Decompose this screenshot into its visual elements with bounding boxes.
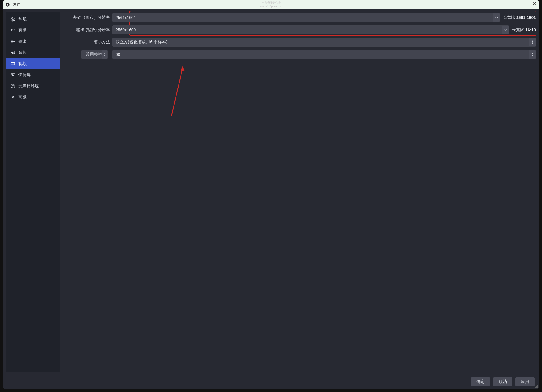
ratio-value: 2561:1601 xyxy=(516,15,536,20)
updown-icon[interactable]: ▲▼ xyxy=(529,50,536,59)
apply-button[interactable]: 应用 xyxy=(515,377,535,386)
sidebar-item-hotkeys[interactable]: 快捷键 xyxy=(6,69,60,81)
row-base-resolution: 基础（画布）分辨率 2561x1601 长宽比 2561:1601 xyxy=(66,11,536,24)
ratio-value: 16:10 xyxy=(525,28,536,32)
sidebar-item-label: 高级 xyxy=(18,95,27,100)
watermark: 吾爱破解论坛 www.52pojie.cn xyxy=(260,1,282,8)
svg-point-2 xyxy=(12,19,13,20)
svg-point-15 xyxy=(536,387,537,388)
output-aspect-ratio: 长宽比 16:10 xyxy=(512,27,536,32)
sidebar-item-general[interactable]: 常规 xyxy=(6,14,60,25)
chevron-down-icon[interactable] xyxy=(493,13,500,22)
window-body: 常规 直播 输出 音频 xyxy=(3,9,539,375)
watermark-line1: 吾爱破解论坛 xyxy=(260,1,282,4)
sidebar-item-accessibility[interactable]: 无障碍环境 xyxy=(6,81,60,92)
svg-point-3 xyxy=(13,30,13,30)
sidebar: 常规 直播 输出 音频 xyxy=(6,12,60,372)
base-resolution-value: 2561x1601 xyxy=(113,15,493,20)
sidebar-item-audio[interactable]: 音频 xyxy=(6,47,60,58)
monitor-icon xyxy=(10,61,16,66)
fps-value: 60 xyxy=(113,52,529,57)
sidebar-item-label: 输出 xyxy=(18,39,27,44)
output-resolution-combo[interactable]: 2560x1600 xyxy=(112,25,509,34)
fps-type-label: 常用帧率 xyxy=(85,52,102,57)
tools-icon xyxy=(10,95,16,100)
svg-point-1 xyxy=(7,4,8,5)
row-downscale-filter: 缩小方法 双立方(锐化缩放, 16 个样本) ▲▼ xyxy=(66,36,536,48)
sidebar-item-label: 快捷键 xyxy=(18,72,31,78)
svg-rect-6 xyxy=(11,74,15,76)
titlebar: 设置 吾爱破解论坛 www.52pojie.cn ✕ xyxy=(3,0,539,9)
svg-marker-10 xyxy=(180,66,185,71)
updown-icon[interactable]: ▲▼ xyxy=(529,38,536,46)
svg-point-11 xyxy=(537,385,538,386)
row-output-resolution: 输出 (缩放) 分辨率 2560x1600 长宽比 16:10 xyxy=(66,24,536,36)
ratio-label: 长宽比 xyxy=(503,15,515,20)
content-panel: 基础（画布）分辨率 2561x1601 长宽比 2561:1601 xyxy=(60,9,539,375)
sidebar-item-video[interactable]: 视频 xyxy=(6,58,60,69)
sidebar-item-advanced[interactable]: 高级 xyxy=(6,92,60,103)
svg-rect-5 xyxy=(11,62,15,65)
downscale-filter-select[interactable]: 双立方(锐化缩放, 16 个样本) ▲▼ xyxy=(112,38,536,47)
sidebar-item-label: 直播 xyxy=(18,28,27,33)
close-icon[interactable]: ✕ xyxy=(532,1,536,6)
svg-point-16 xyxy=(537,387,538,388)
label-base-resolution: 基础（画布）分辨率 xyxy=(66,15,112,20)
annotation-arrow-icon xyxy=(169,66,186,119)
resize-grip-icon[interactable] xyxy=(535,385,538,388)
ratio-label: 长宽比 xyxy=(512,27,524,32)
output-resolution-value: 2560x1600 xyxy=(113,28,502,32)
svg-line-9 xyxy=(171,68,183,116)
camera-icon xyxy=(10,39,16,44)
label-output-resolution: 输出 (缩放) 分辨率 xyxy=(66,27,112,32)
window-title: 设置 xyxy=(13,2,20,7)
ok-button[interactable]: 确定 xyxy=(471,377,490,386)
watermark-line2: www.52pojie.cn xyxy=(260,4,282,8)
settings-window: 设置 吾爱破解论坛 www.52pojie.cn ✕ 常规 直播 xyxy=(3,0,539,389)
base-resolution-combo[interactable]: 2561x1601 xyxy=(112,13,500,22)
dialog-footer: 确定 取消 应用 xyxy=(3,375,539,389)
svg-point-12 xyxy=(536,386,537,387)
fps-type-select[interactable]: 常用帧率 ▲▼ xyxy=(81,50,108,59)
gear-icon xyxy=(10,17,16,22)
accessibility-icon xyxy=(10,83,16,89)
keyboard-icon xyxy=(10,72,16,78)
svg-point-13 xyxy=(537,386,538,387)
base-aspect-ratio: 长宽比 2561:1601 xyxy=(503,15,536,20)
sidebar-item-label: 音频 xyxy=(18,50,27,55)
svg-point-14 xyxy=(535,387,536,388)
sidebar-item-output[interactable]: 输出 xyxy=(6,36,60,47)
cancel-button[interactable]: 取消 xyxy=(493,377,512,386)
row-fps: 常用帧率 ▲▼ 60 ▲▼ xyxy=(66,48,536,61)
label-downscale-filter: 缩小方法 xyxy=(66,40,112,45)
sidebar-item-label: 常规 xyxy=(18,17,27,22)
audio-icon xyxy=(10,50,16,55)
updown-icon[interactable]: ▲▼ xyxy=(102,50,107,59)
sidebar-item-label: 无障碍环境 xyxy=(18,83,39,89)
sidebar-item-stream[interactable]: 直播 xyxy=(6,25,60,36)
app-icon xyxy=(5,2,10,7)
svg-point-8 xyxy=(13,85,13,85)
antenna-icon xyxy=(10,28,16,33)
svg-rect-4 xyxy=(11,41,13,43)
downscale-filter-value: 双立方(锐化缩放, 16 个样本) xyxy=(113,40,529,45)
chevron-down-icon[interactable] xyxy=(502,26,509,34)
fps-value-select[interactable]: 60 ▲▼ xyxy=(112,50,536,59)
sidebar-item-label: 视频 xyxy=(18,61,27,66)
